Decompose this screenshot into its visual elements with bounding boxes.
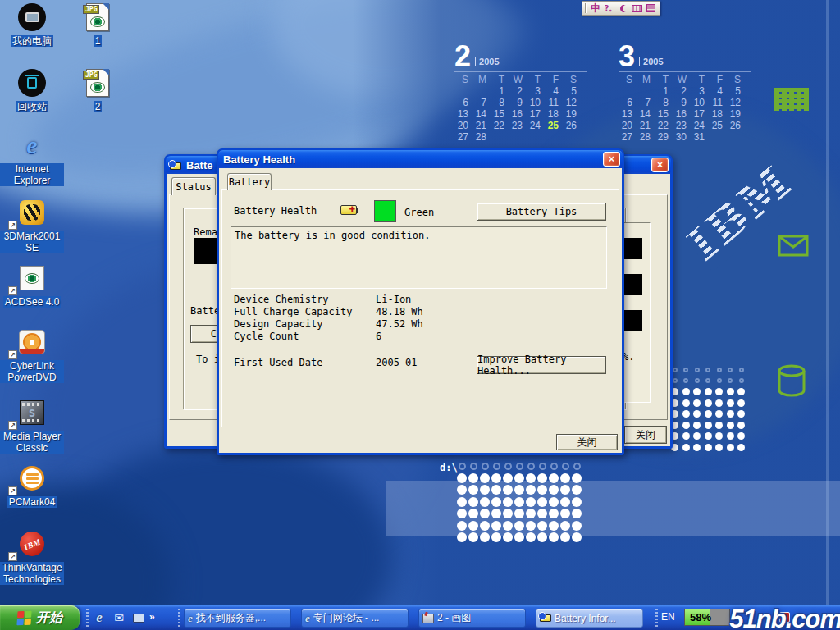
condition-text-box: The battery is in good condition. bbox=[231, 226, 607, 289]
icon-label: ThinkVantage Technologies bbox=[0, 562, 64, 585]
3dmark-icon bbox=[20, 200, 44, 225]
task-button-battery-information[interactable]: Battery Infor... bbox=[536, 609, 643, 628]
condition-text: The battery is in good condition. bbox=[235, 230, 430, 241]
grid-icon bbox=[774, 88, 809, 111]
desktop-icon-internet-explorer[interactable]: e Internet Explorer bbox=[0, 130, 64, 187]
task-button-server-not-found[interactable]: e 找不到服务器,... bbox=[184, 609, 291, 628]
desktop-icon-thinkvantage[interactable]: IBM↗ ThinkVantage Technologies bbox=[0, 528, 64, 586]
internet-explorer-icon: e bbox=[188, 612, 193, 625]
shortcut-arrow-icon: ↗ bbox=[8, 421, 17, 430]
wallpaper-edge-line bbox=[826, 0, 829, 605]
icon-label: Internet Explorer bbox=[0, 163, 64, 186]
close-button[interactable]: 关闭 bbox=[556, 434, 618, 450]
ime-fullwidth-icon[interactable] bbox=[620, 5, 628, 12]
battery-meter[interactable]: 58% bbox=[684, 609, 730, 626]
icon-label: ACDSee 4.0 bbox=[3, 296, 62, 308]
internet-explorer-icon[interactable]: e bbox=[92, 609, 107, 626]
battery-health-titlebar[interactable]: Battery Health × bbox=[218, 150, 623, 168]
info-label: Design Capacity bbox=[234, 318, 322, 330]
cylinder-icon bbox=[776, 363, 807, 398]
icon-label: 我的电脑 bbox=[11, 35, 53, 47]
ime-drag-handle[interactable] bbox=[585, 3, 587, 13]
internet-explorer-icon: e bbox=[26, 131, 37, 159]
calendar-month-number: 2 bbox=[454, 44, 471, 69]
battery-health-dialog: Battery Health × Battery Battery Health … bbox=[217, 148, 624, 455]
start-label: 开始 bbox=[36, 609, 62, 627]
improve-battery-health-button[interactable]: Improve Battery Health... bbox=[477, 356, 606, 374]
watermark: 51nb.com bbox=[729, 605, 840, 630]
desktop-icon-powerdvd[interactable]: ↗ CyberLink PowerDVD bbox=[0, 326, 64, 384]
jpg-file-icon: JPG bbox=[86, 3, 109, 31]
shortcut-arrow-icon: ↗ bbox=[8, 286, 17, 295]
info-value: 48.18 Wh bbox=[376, 306, 423, 317]
close-icon[interactable]: × bbox=[651, 158, 669, 172]
task-button-forum[interactable]: e 专门网论坛 - ... bbox=[301, 609, 409, 628]
icon-label: PCMark04 bbox=[7, 496, 57, 508]
desktop-icon-3dmark2001[interactable]: ↗ 3DMark2001 SE bbox=[0, 197, 64, 254]
desktop-icon-recycle-bin[interactable]: 回收站 bbox=[0, 67, 64, 113]
icon-label: CyberLink PowerDVD bbox=[0, 360, 64, 383]
envelope-icon bbox=[778, 235, 809, 257]
tab-status[interactable]: Status bbox=[171, 177, 216, 195]
task-button-paint[interactable]: 2 - 画图 bbox=[418, 609, 526, 628]
desktop-icon-jpg-2[interactable]: JPG 2 bbox=[66, 67, 130, 113]
shortcut-arrow-icon: ↗ bbox=[8, 350, 17, 359]
media-player-classic-icon: s bbox=[20, 400, 44, 425]
dialog-title: Batte bbox=[186, 159, 213, 171]
wallpaper-dots-center bbox=[456, 460, 582, 544]
shortcut-arrow-icon: ↗ bbox=[8, 221, 17, 230]
calendar-weekday-header: SMTWTFS bbox=[619, 74, 751, 85]
acdsee-icon bbox=[20, 266, 44, 290]
paint-icon bbox=[422, 614, 434, 623]
ime-punctuation-icon[interactable]: ?。 bbox=[605, 2, 616, 15]
ibm-thinkvantage-icon: IBM bbox=[20, 532, 44, 556]
battery-tips-button[interactable]: Battery Tips bbox=[477, 203, 606, 221]
internet-explorer-icon: e bbox=[305, 612, 310, 625]
tray-separator bbox=[655, 609, 658, 627]
info-value: 47.52 Wh bbox=[376, 318, 423, 330]
my-computer-icon bbox=[18, 3, 46, 31]
language-indicator[interactable]: EN bbox=[661, 611, 675, 623]
info-label: Cycle Count bbox=[234, 331, 299, 342]
dialog-title: Battery Health bbox=[223, 153, 295, 166]
windows-logo-icon bbox=[16, 610, 31, 625]
wallpaper-light-band bbox=[386, 481, 840, 536]
quick-launch-handle[interactable] bbox=[86, 609, 89, 627]
taskbar-separator bbox=[178, 609, 180, 627]
icon-label: 1 bbox=[94, 35, 103, 47]
drive-label: d:\ bbox=[440, 462, 458, 473]
outlook-express-icon[interactable]: ✉ bbox=[112, 609, 126, 626]
ime-menu-icon[interactable] bbox=[646, 4, 655, 12]
health-status-swatch bbox=[374, 200, 396, 222]
quick-launch-overflow-chevron[interactable]: » bbox=[149, 611, 155, 623]
calendar-day-grid: 1234567891011121314151617181920212223242… bbox=[454, 85, 587, 143]
percent-text: %. bbox=[623, 351, 634, 363]
ime-keyboard-icon[interactable] bbox=[632, 5, 642, 12]
desktop-icon-pcmark04[interactable]: ↗ PCMark04 bbox=[0, 463, 64, 509]
info-label: Device Chemistry bbox=[234, 294, 329, 305]
close-icon[interactable]: × bbox=[603, 152, 620, 167]
close-button[interactable]: 关闭 bbox=[624, 426, 667, 444]
ime-chinese-mode-icon[interactable]: 中 bbox=[591, 2, 600, 15]
show-desktop-icon[interactable] bbox=[131, 609, 146, 626]
tab-battery[interactable]: Battery bbox=[227, 173, 272, 190]
jpg-file-icon: JPG bbox=[86, 69, 109, 97]
icon-label: 2 bbox=[94, 101, 103, 112]
info-value: 6 bbox=[376, 331, 381, 342]
desktop-icon-media-player-classic[interactable]: s↗ Media Player Classic bbox=[0, 397, 64, 454]
icon-label: Media Player Classic bbox=[0, 431, 64, 454]
ime-toolbar[interactable]: 中 ?。 bbox=[582, 1, 660, 16]
battery-percent: 58% bbox=[690, 611, 711, 623]
icon-label: 3DMark2001 SE bbox=[0, 231, 64, 253]
desktop-icon-jpg-1[interactable]: JPG 1 bbox=[66, 2, 130, 48]
info-label: Full Charge Capacity bbox=[234, 306, 353, 317]
calendar-separator bbox=[619, 71, 751, 72]
calendar-year: 2005 bbox=[639, 57, 663, 66]
wallpaper-calendar-february: 2 2005 SMTWTFS 1234567891011121314151617… bbox=[454, 43, 587, 143]
desktop-icon-my-computer[interactable]: 我的电脑 bbox=[0, 2, 64, 48]
first-used-label: First Used Date bbox=[234, 357, 322, 368]
desktop-icon-acdsee[interactable]: ↗ ACDSee 4.0 bbox=[0, 262, 64, 308]
info-value: Li-Ion bbox=[376, 294, 411, 305]
first-used-value: 2005-01 bbox=[376, 357, 418, 368]
start-button[interactable]: 开始 bbox=[0, 605, 80, 630]
